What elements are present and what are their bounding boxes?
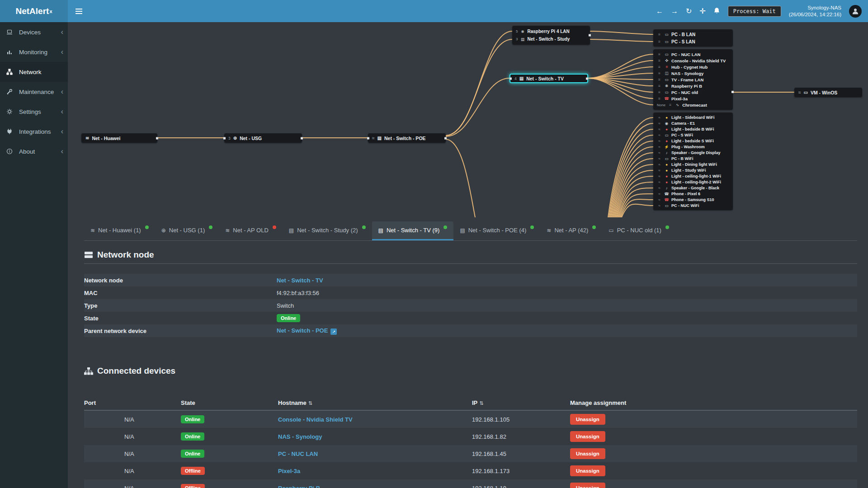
tab[interactable]: ▭ PC - NUC old (1) <box>602 221 675 240</box>
mac-value: f4:92:bf:a3:f3:56 <box>277 290 857 296</box>
tree-device-row[interactable]: ≈ ♪ Speaker - Google Display <box>657 150 729 155</box>
device-label: Speaker - Google - Black <box>671 186 719 190</box>
tab-label: Net - Huawei (1) <box>98 227 141 234</box>
sidebar-item-network[interactable]: Network <box>0 62 68 82</box>
tree-device-row[interactable]: ≡ ✳ Hub - Cygnet Hub <box>657 64 729 70</box>
forward-icon[interactable]: → <box>671 8 678 15</box>
unassign-button[interactable]: Unassign <box>570 448 605 459</box>
wifi-signal-icon: ≈ <box>657 174 662 178</box>
unassign-button[interactable]: Unassign <box>570 465 605 476</box>
tab[interactable]: ⊕ Net - USG (1) <box>155 221 219 240</box>
move-icon[interactable]: ✛ <box>699 8 705 15</box>
device-label: Speaker - Google Display <box>671 150 721 155</box>
column-ip[interactable]: IP⇅ <box>472 399 570 406</box>
menu-toggle-button[interactable] <box>68 0 90 22</box>
tree-device-row[interactable]: ≈ ● Light - Study WiFi <box>657 167 729 173</box>
tree-node-net-switch-tv-selected[interactable]: 4 ▤ Net - Switch - TV <box>509 74 588 83</box>
device-label: Light - ceiling-light-2 WiFi <box>671 180 721 184</box>
column-hostname[interactable]: Hostname⇅ <box>278 399 472 406</box>
tree-device-row[interactable]: ≈ ▭ PC - B WiFi <box>657 155 729 161</box>
table-row: N/A Offline Raspberry Pi B 192.168.1.19 … <box>84 479 857 488</box>
tree-node-net-switch-poe[interactable]: ≈ ▤ Net - Switch - POE <box>368 133 446 143</box>
tree-device-row[interactable]: ≈ ☎ Phone - Samsung S10 <box>657 197 729 202</box>
hostname-link[interactable]: NAS - Synology <box>278 433 322 440</box>
brand-logo[interactable]: NetAlertx <box>0 0 68 22</box>
property-row: MAC f4:92:bf:a3:f3:56 <box>84 286 857 299</box>
tree-device-row[interactable]: ≡ ☎ Pixel-3a <box>657 95 729 102</box>
chevron-left-icon: ‹ <box>61 48 63 56</box>
parent-device-link[interactable]: Net - Switch - POE <box>277 327 328 334</box>
unassign-button[interactable]: Unassign <box>570 414 605 425</box>
tab-label: Net - Switch - POE (4) <box>468 227 527 234</box>
tree-device-row[interactable]: ≈ ▭ PC - NUC WiFi <box>657 202 729 208</box>
network-topology-diagram: ≋ Net - Huawei 3 ⊕ Net - USG ≈ ▤ Net - S… <box>68 22 868 217</box>
network-node-link[interactable]: Net - Switch - TV <box>277 277 323 284</box>
refresh-icon[interactable]: ↻ <box>686 8 692 15</box>
wifi-signal-icon: ≈ <box>657 186 662 190</box>
tree-device-row[interactable]: None ≡ ∿ Chromecast <box>657 102 729 108</box>
wifi-signal-icon: ≈ <box>657 156 662 161</box>
hostname-link[interactable]: Pixel-3a <box>278 468 300 474</box>
tree-device-row[interactable]: 5 ❋ Raspberry Pi 4 LAN <box>516 28 586 35</box>
sidebar-item-about[interactable]: About ‹ <box>0 141 68 161</box>
host-info: Synology-NAS (26/06/2024, 14:22:16) <box>789 5 841 18</box>
tree-device-row[interactable]: ≡ ▭ TV - Frame LAN <box>657 76 729 83</box>
port-connector <box>301 137 303 139</box>
tree-device-row[interactable]: ≡ ▭ PC - NUC LAN <box>657 51 729 57</box>
port-connector <box>589 34 591 37</box>
tree-device-row[interactable]: ≈ ● Light - bedside S WiFi <box>657 138 729 144</box>
tree-device-row[interactable]: ≈ ⚡ Plug - Washroom <box>657 144 729 150</box>
tree-device-row[interactable]: ≈ ◉ Camera - E1 <box>657 120 729 126</box>
hostname-link[interactable]: Console - Nvidia Shield TV <box>278 416 353 423</box>
unassign-button[interactable]: Unassign <box>570 483 605 488</box>
bulb-icon: ● <box>664 115 669 120</box>
sidebar-item-settings[interactable]: Settings ‹ <box>0 102 68 122</box>
tree-device-row[interactable]: ≈ ● Light - Dining light WiFi <box>657 161 729 167</box>
process-status-badge[interactable]: Process: Wait <box>728 6 781 17</box>
tree-device-row[interactable]: ≈ ● Light - Sideboard WiFi <box>657 114 729 120</box>
wifi-signal-icon: ≈ <box>657 145 662 149</box>
tab[interactable]: ▤ Net - Switch - Study (2) <box>283 221 372 240</box>
tree-device-row[interactable]: ≡ ❋ Raspberry Pi B <box>657 83 729 89</box>
user-avatar[interactable] <box>849 5 862 18</box>
camera-icon: ◉ <box>664 121 669 126</box>
hostname-link[interactable]: PC - NUC LAN <box>278 450 318 457</box>
tree-device-row[interactable]: ≈ ● Light - bedside B WiFi <box>657 126 729 132</box>
tree-device-row[interactable]: ≡ ▭ PC - B LAN <box>657 31 729 38</box>
tree-device-row[interactable]: ≈ ▭ PC - S WiFi <box>657 132 729 138</box>
tab[interactable]: ≋ Net - AP (42) <box>540 221 602 240</box>
hostname-link[interactable]: Raspberry Pi B <box>278 485 320 488</box>
tree-device-row[interactable]: 3 ▤ Net - Switch - Study <box>516 35 586 43</box>
tab[interactable]: ≋ Net - Huawei (1) <box>84 221 155 240</box>
bell-icon[interactable] <box>713 7 720 15</box>
tree-device-row[interactable]: ≈ ● Light - ceiling-light-2 WiFi <box>657 179 729 185</box>
tree-group-tv-switch-clients: ≡ ▭ PC - NUC LAN ≡ ✜ Console - Nvidia Sh… <box>653 49 733 110</box>
external-link-icon[interactable]: ↗ <box>330 328 337 335</box>
tab[interactable]: ▤ Net - Switch - POE (4) <box>453 221 540 240</box>
tree-device-row[interactable]: ≡ ◫ NAS - Synology <box>657 70 729 76</box>
back-icon[interactable]: ← <box>656 8 663 15</box>
sidebar-item-integrations[interactable]: Integrations ‹ <box>0 122 68 141</box>
tree-node-vm-winos[interactable]: ≈ ▭ VM - WinOS <box>794 88 862 97</box>
property-row: State Online <box>84 312 857 324</box>
sidebar-item-devices[interactable]: Devices ‹ <box>0 22 68 42</box>
unassign-button[interactable]: Unassign <box>570 431 605 442</box>
tab-label: Net - AP OLD <box>233 227 269 234</box>
tree-device-row[interactable]: ≈ ♪ Speaker - Google - Black <box>657 185 729 191</box>
tree-device-row[interactable]: ≈ ☎ Phone - Pixel 6 <box>657 191 729 197</box>
tree-device-row[interactable]: ≡ ✜ Console - Nvidia Shield TV <box>657 57 729 64</box>
tree-device-row[interactable]: ≡ ▭ PC - S LAN <box>657 38 729 45</box>
gear-icon <box>6 108 18 115</box>
tab[interactable]: ≋ Net - AP OLD <box>219 221 283 240</box>
tree-device-row[interactable]: ≈ ● Light - ceiling-light-1 WiFi <box>657 173 729 179</box>
sidebar-item-maintenance[interactable]: Maintenance ‹ <box>0 82 68 102</box>
tree-device-row[interactable]: ≡ ▭ PC - NUC old <box>657 89 729 95</box>
device-label: Pixel-3a <box>671 96 688 101</box>
monitor-icon: ▭ <box>609 227 613 234</box>
tree-node-net-usg[interactable]: 3 ⊕ Net - USG <box>224 133 302 143</box>
tree-node-net-huawei[interactable]: ≋ Net - Huawei <box>81 133 157 143</box>
tree-group-study-clients: ≡ ▭ PC - B LAN ≡ ▭ PC - S LAN <box>653 29 733 47</box>
tab[interactable]: ▤ Net - Switch - TV (9) <box>372 221 454 240</box>
connected-devices-table: Port State Hostname⇅ IP⇅ Manage assignme… <box>84 396 857 488</box>
sidebar-item-monitoring[interactable]: Monitoring ‹ <box>0 42 68 62</box>
